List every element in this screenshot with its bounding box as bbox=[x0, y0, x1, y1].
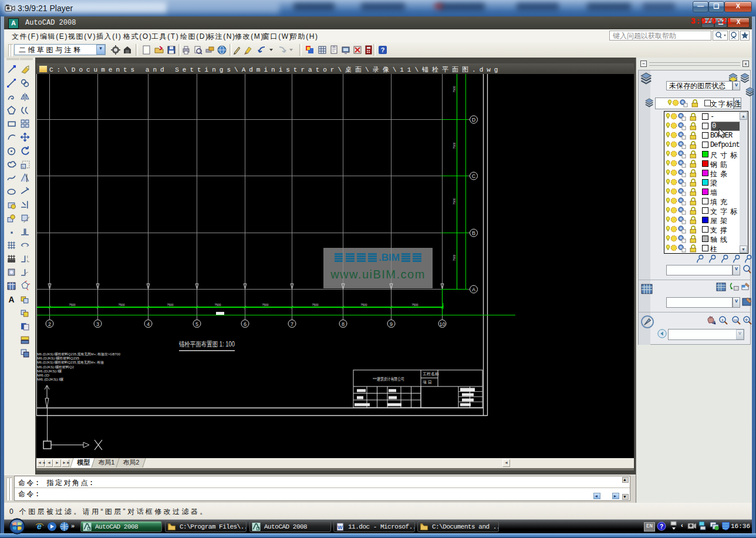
svg-text:8: 8 bbox=[342, 321, 345, 327]
svg-text:7500: 7500 bbox=[453, 142, 456, 149]
svg-text:W: W bbox=[338, 524, 343, 530]
svg-text:5: 5 bbox=[195, 321, 198, 327]
svg-text:7500: 7500 bbox=[453, 254, 456, 261]
svg-text:10: 10 bbox=[439, 321, 445, 327]
svg-text:7500: 7500 bbox=[453, 198, 456, 204]
svg-text:***建筑设计有限公司: ***建筑设计有限公司 bbox=[373, 376, 404, 382]
svg-text:M6.(DJKS):螺: M6.(DJKS):螺 bbox=[37, 369, 62, 373]
svg-text:M6.(DJKS):螺栓材料Q235,规格见图M+;:检验按: M6.(DJKS):螺栓材料Q235,规格见图M+;:检验按>GB700 bbox=[37, 352, 121, 357]
svg-text:7500: 7500 bbox=[69, 303, 75, 307]
svg-text:7: 7 bbox=[291, 321, 293, 327]
svg-text:7500: 7500 bbox=[214, 303, 221, 307]
svg-text:3: 3 bbox=[96, 321, 99, 327]
svg-text:e: e bbox=[37, 522, 42, 531]
svg-text:7500: 7500 bbox=[262, 303, 268, 307]
svg-text:▭: ▭ bbox=[734, 318, 738, 322]
svg-text:M6.(DJKS):螺栓材料Q2: M6.(DJKS):螺栓材料Q2 bbox=[37, 365, 75, 369]
svg-text:±: ± bbox=[721, 318, 724, 322]
svg-text:7500: 7500 bbox=[118, 303, 124, 307]
svg-text:B: B bbox=[472, 230, 475, 236]
svg-text:7500: 7500 bbox=[453, 86, 456, 92]
svg-text:C: C bbox=[472, 173, 476, 179]
svg-text:7500: 7500 bbox=[167, 303, 173, 307]
svg-text:6: 6 bbox=[244, 321, 247, 327]
svg-text:工程名称: 工程名称 bbox=[423, 372, 439, 376]
svg-text:A: A bbox=[9, 295, 15, 304]
svg-text:M6.(D: M6.(D bbox=[37, 374, 50, 377]
svg-text:锚栓平面布置图 1: 100: 锚栓平面布置图 1: 100 bbox=[178, 340, 235, 348]
svg-text:A: A bbox=[472, 287, 475, 292]
svg-text:7500: 7500 bbox=[312, 303, 318, 307]
svg-text:7500: 7500 bbox=[360, 303, 367, 307]
svg-text:4: 4 bbox=[147, 321, 150, 327]
svg-text:?: ? bbox=[660, 523, 663, 530]
svg-text:?: ? bbox=[381, 46, 385, 53]
svg-text:M6.(DJKS):螺: M6.(DJKS):螺 bbox=[37, 377, 64, 381]
svg-text:9: 9 bbox=[390, 321, 393, 327]
svg-text:D: D bbox=[472, 117, 476, 123]
svg-text:✛: ✛ bbox=[745, 318, 748, 322]
svg-text:M6.(DJKS):螺栓材料Q235,规格见图M+;:检验: M6.(DJKS):螺栓材料Q235,规格见图M+;:检验 bbox=[37, 360, 104, 365]
svg-text:7500: 7500 bbox=[411, 303, 418, 307]
svg-text:项 目: 项 目 bbox=[423, 380, 432, 385]
svg-text:2: 2 bbox=[48, 321, 51, 327]
svg-text:M6.(DJKS):螺栓材料Q235: M6.(DJKS):螺栓材料Q235 bbox=[37, 356, 80, 361]
